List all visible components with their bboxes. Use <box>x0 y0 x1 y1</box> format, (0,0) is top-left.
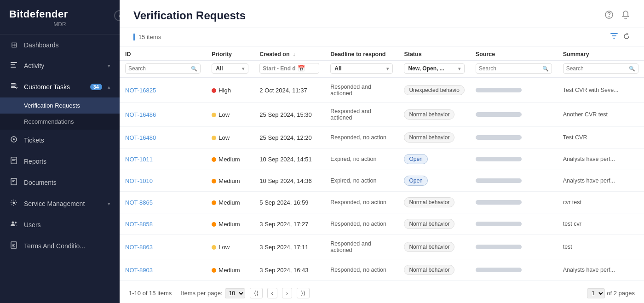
table-row: NOT-1010 Medium 10 Sep 2024, 14:36 Expir… <box>120 170 644 192</box>
table-row: NOT-8903 Medium 3 Sep 2024, 16:43 Respon… <box>120 259 644 281</box>
per-page-select[interactable]: 10 25 50 <box>225 288 245 298</box>
sidebar-item-dashboards[interactable]: ⊞ Dashboards <box>0 34 120 55</box>
request-id-link[interactable]: NOT-1011 <box>125 156 153 163</box>
cell-source <box>470 149 558 170</box>
summary-search-input[interactable] <box>566 65 629 72</box>
sidebar-item-reports[interactable]: Reports <box>0 151 120 172</box>
sort-icon-created[interactable]: ↓ <box>293 51 295 57</box>
reports-icon <box>9 157 18 166</box>
sidebar-subitem-recommendations[interactable]: Recommendations <box>0 114 120 130</box>
sidebar-label-customer-tasks: Customer Tasks <box>24 83 83 91</box>
last-page-button[interactable]: ⟩⟩ <box>297 288 310 298</box>
svg-rect-3 <box>11 83 16 84</box>
verification-requests-table: ID Priority Created on ↓ Deadline to res… <box>120 46 644 281</box>
cell-deadline: Expired, no action <box>325 149 398 170</box>
cell-deadline: Responded, no action <box>325 127 398 149</box>
cell-created-on: 2 Oct 2024, 11:37 <box>254 78 325 103</box>
cell-id: NOT-16825 <box>120 78 206 103</box>
sidebar-item-service-management[interactable]: Service Management ▾ <box>0 193 120 214</box>
page-title: Verification Requests <box>133 9 246 22</box>
sidebar-label-reports: Reports <box>24 158 110 165</box>
cell-source <box>470 259 558 281</box>
status-badge: Normal behavior <box>404 265 454 275</box>
table-row: NOT-16486 Low 25 Sep 2024, 15:30 Respond… <box>120 103 644 127</box>
filter-icon[interactable] <box>610 32 618 42</box>
cell-created-on: 3 Sep 2024, 17:11 <box>254 235 325 259</box>
sidebar-label-dashboards: Dashboards <box>24 41 110 49</box>
id-search-input[interactable] <box>128 65 191 72</box>
page-select[interactable]: 1 2 <box>587 288 605 298</box>
per-page-label: Items per page: <box>181 290 222 297</box>
help-icon[interactable] <box>604 10 614 22</box>
priority-chevron: ▾ <box>242 66 244 71</box>
cell-source <box>470 127 558 149</box>
cell-source <box>470 192 558 213</box>
sidebar: Bitdefender MDR ‹ ⊞ Dashboards Activity … <box>0 0 120 303</box>
page-selector: 1 2 of 2 pages <box>587 288 635 298</box>
calendar-icon: 📅 <box>298 65 305 72</box>
table-row: NOT-16480 Low 25 Sep 2024, 12:20 Respond… <box>120 127 644 149</box>
cell-deadline: Expired, no action <box>325 170 398 192</box>
cell-priority: High <box>206 78 254 103</box>
cell-summary: Analysts have perf... <box>558 259 644 281</box>
request-id-link[interactable]: NOT-16480 <box>125 134 156 141</box>
users-icon <box>9 220 18 229</box>
source-search-icon: 🔍 <box>542 66 549 72</box>
sidebar-item-terms[interactable]: Terms And Conditio... <box>0 235 120 257</box>
cell-priority: Medium <box>206 192 254 213</box>
main-content: Verification Requests 15 items ID <box>120 0 644 303</box>
status-badge: Open <box>404 154 427 164</box>
filter-deadline: All ▾ <box>325 61 398 78</box>
priority-select[interactable]: All ▾ <box>212 63 248 74</box>
cell-summary: test cvr <box>558 213 644 235</box>
cell-deadline: Responded, no action <box>325 259 398 281</box>
cell-created-on: 3 Sep 2024, 17:27 <box>254 213 325 235</box>
request-id-link[interactable]: NOT-16486 <box>125 111 156 118</box>
sidebar-item-users[interactable]: Users <box>0 214 120 235</box>
table-row: NOT-8865 Medium 5 Sep 2024, 16:59 Respon… <box>120 192 644 213</box>
request-id-link[interactable]: NOT-16825 <box>125 87 156 94</box>
request-id-link[interactable]: NOT-1010 <box>125 177 153 184</box>
refresh-icon[interactable] <box>623 33 630 42</box>
request-id-link[interactable]: NOT-8903 <box>125 267 153 274</box>
sidebar-item-customer-tasks[interactable]: Customer Tasks 34 ▴ <box>0 76 120 97</box>
source-search-input[interactable] <box>479 65 542 72</box>
status-badge: Open <box>404 176 427 186</box>
priority-dot <box>212 245 216 250</box>
priority-label: Low <box>218 244 230 251</box>
cell-created-on: 3 Sep 2024, 16:43 <box>254 259 325 281</box>
cell-priority: Medium <box>206 170 254 192</box>
notifications-icon[interactable] <box>621 10 630 22</box>
next-page-button[interactable]: › <box>282 288 292 298</box>
table-wrap: ID Priority Created on ↓ Deadline to res… <box>120 46 644 283</box>
cell-deadline: Responded, no action <box>325 192 398 213</box>
col-status: Status <box>398 46 470 61</box>
svg-point-14 <box>13 202 15 204</box>
sidebar-subitem-verification-requests[interactable]: Verification Requests <box>0 97 120 114</box>
cell-deadline: Responded, no action <box>325 213 398 235</box>
col-id: ID <box>120 46 206 61</box>
svg-rect-1 <box>11 64 15 65</box>
svg-point-8 <box>13 138 15 140</box>
sidebar-item-tickets[interactable]: Tickets <box>0 130 120 151</box>
prev-page-button[interactable]: ‹ <box>267 288 277 298</box>
cell-status: Normal behavior <box>398 103 470 127</box>
deadline-select[interactable]: All ▾ <box>330 63 393 74</box>
source-bar <box>476 88 522 92</box>
request-id-link[interactable]: NOT-8858 <box>125 221 153 228</box>
sidebar-item-documents[interactable]: Documents <box>0 172 120 193</box>
status-badge: Normal behavior <box>404 219 454 229</box>
sidebar-item-activity[interactable]: Activity ▾ <box>0 55 120 76</box>
svg-rect-5 <box>11 86 15 87</box>
request-id-link[interactable]: NOT-8863 <box>125 244 153 251</box>
cell-source <box>470 170 558 192</box>
request-id-link[interactable]: NOT-8865 <box>125 199 153 206</box>
cell-deadline: Responded and actioned <box>325 103 398 127</box>
status-select[interactable]: New, Open, ... ▾ <box>404 63 464 74</box>
priority-dot <box>212 268 216 273</box>
sidebar-label-users: Users <box>24 221 110 229</box>
date-range-picker[interactable]: Start - End d 📅 <box>259 63 319 74</box>
first-page-button[interactable]: ⟨⟨ <box>250 288 263 298</box>
sidebar-label-service-management: Service Management <box>24 200 102 207</box>
filter-actions <box>610 32 630 42</box>
